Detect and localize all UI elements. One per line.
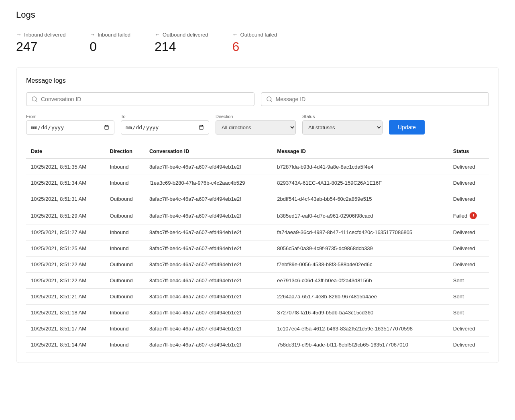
- direction-cell: Outbound: [105, 191, 145, 207]
- logs-table: DateDirectionConversation IDMessage IDSt…: [26, 144, 489, 353]
- direction-cell: Inbound: [105, 159, 145, 175]
- conversation-id-cell: 8afac7ff-be4c-46a7-a607-efd494eb1e2f: [145, 337, 272, 353]
- direction-cell: Outbound: [105, 289, 145, 305]
- stat-inbound-delivered: → Inbound delivered 247: [16, 31, 65, 54]
- conversation-id-cell: 8afac7ff-be4c-46a7-a607-efd494eb1e2f: [145, 273, 272, 289]
- message-id-cell: 372707f8-fa16-45d9-b5db-ba43c15cd360: [272, 305, 448, 321]
- date-cell: 10/25/2021, 8:51:31 AM: [26, 191, 105, 207]
- to-label: To: [121, 114, 209, 119]
- message-id-cell: fa74aea9-36cd-4987-8b47-411cecfd420c-163…: [272, 224, 448, 241]
- message-id-cell: 1c107ec4-ef5a-4612-b463-83a2f521c59e-163…: [272, 321, 448, 337]
- search-icon: [31, 96, 38, 102]
- conversation-id-cell: 8afac7ff-be4c-46a7-a607-efd494eb1e2f: [145, 289, 272, 305]
- table-row[interactable]: 10/25/2021, 8:51:31 AMOutbound8afac7ff-b…: [26, 191, 489, 207]
- svg-line-3: [271, 100, 272, 102]
- conversation-id-cell: 8afac7ff-be4c-46a7-a607-efd494eb1e2f: [145, 241, 272, 257]
- status-failed: Failed !: [453, 212, 484, 219]
- table-row[interactable]: 10/25/2021, 8:51:25 AMInbound8afac7ff-be…: [26, 241, 489, 257]
- conversation-search-box: [26, 92, 254, 106]
- message-id-cell: b385ed17-eaf0-4d7c-a961-02906f98cacd: [272, 207, 448, 224]
- date-cell: 10/25/2021, 8:51:21 AM: [26, 289, 105, 305]
- status-cell: Delivered: [448, 191, 489, 207]
- stat-icon-outbound-failed: ←: [232, 31, 238, 38]
- status-cell: Delivered: [448, 241, 489, 257]
- table-wrapper: DateDirectionConversation IDMessage IDSt…: [26, 144, 489, 353]
- update-button[interactable]: Update: [389, 120, 425, 135]
- conversation-id-cell: 8afac7ff-be4c-46a7-a607-efd494eb1e2f: [145, 321, 272, 337]
- conversation-id-cell: 8afac7ff-be4c-46a7-a607-efd494eb1e2f: [145, 207, 272, 224]
- stat-label-outbound-delivered: ← Outbound delivered: [155, 31, 208, 38]
- stat-icon-inbound-delivered: →: [16, 31, 22, 38]
- table-header: DateDirectionConversation IDMessage IDSt…: [26, 144, 489, 159]
- date-cell: 10/25/2021, 8:51:29 AM: [26, 207, 105, 224]
- from-label: From: [26, 114, 114, 119]
- message-id-cell: 758dc319-cf9b-4ade-bf11-6ebf5f2fcb65-163…: [272, 337, 448, 353]
- table-row[interactable]: 10/25/2021, 8:51:17 AMInbound8afac7ff-be…: [26, 321, 489, 337]
- direction-cell: Inbound: [105, 224, 145, 241]
- date-cell: 10/25/2021, 8:51:25 AM: [26, 241, 105, 257]
- conversation-id-cell: 8afac7ff-be4c-46a7-a607-efd494eb1e2f: [145, 257, 272, 273]
- message-id-input[interactable]: [276, 96, 484, 102]
- header-row: DateDirectionConversation IDMessage IDSt…: [26, 144, 489, 159]
- stat-value-outbound-failed: 6: [232, 39, 277, 54]
- card-title: Message logs: [26, 77, 489, 84]
- table-row[interactable]: 10/25/2021, 8:51:21 AMOutbound8afac7ff-b…: [26, 289, 489, 305]
- status-cell: Delivered: [448, 337, 489, 353]
- table-row[interactable]: 10/25/2021, 8:51:22 AMOutbound8afac7ff-b…: [26, 273, 489, 289]
- stat-label-text-outbound-delivered: Outbound delivered: [163, 32, 208, 38]
- stat-value-inbound-failed: 0: [90, 39, 130, 54]
- message-id-cell: 8293743A-61EC-4A11-8025-159C26A1E16F: [272, 175, 448, 191]
- stat-outbound-delivered: ← Outbound delivered 214: [155, 31, 208, 54]
- svg-line-1: [36, 100, 37, 102]
- direction-cell: Inbound: [105, 175, 145, 191]
- message-id-cell: 8056c5af-0a39-4c9f-9735-dc9868dcb339: [272, 241, 448, 257]
- table-row[interactable]: 10/25/2021, 8:51:22 AMOutbound8afac7ff-b…: [26, 257, 489, 273]
- stat-outbound-failed: ← Outbound failed 6: [232, 31, 277, 54]
- direction-cell: Inbound: [105, 321, 145, 337]
- conversation-id-input[interactable]: [41, 96, 249, 102]
- status-cell: Failed !: [448, 207, 489, 224]
- status-cell: Delivered: [448, 321, 489, 337]
- table-row[interactable]: 10/25/2021, 8:51:35 AMInbound8afac7ff-be…: [26, 159, 489, 175]
- header-date: Date: [26, 144, 105, 159]
- table-row[interactable]: 10/25/2021, 8:51:34 AMInboundf1ea3c69-b2…: [26, 175, 489, 191]
- status-cell: Delivered: [448, 159, 489, 175]
- header-status: Status: [448, 144, 489, 159]
- status-cell: Delivered: [448, 224, 489, 241]
- stat-value-inbound-delivered: 247: [16, 39, 65, 54]
- status-cell: Sent: [448, 305, 489, 321]
- stat-label-outbound-failed: ← Outbound failed: [232, 31, 277, 38]
- conversation-id-cell: 8afac7ff-be4c-46a7-a607-efd494eb1e2f: [145, 224, 272, 241]
- direction-cell: Inbound: [105, 337, 145, 353]
- stat-label-text-outbound-failed: Outbound failed: [240, 32, 277, 38]
- failed-icon: !: [470, 212, 477, 219]
- from-date-input[interactable]: [26, 120, 114, 135]
- search-icon-2: [266, 96, 273, 102]
- status-text: Failed: [453, 213, 467, 219]
- page-title: Logs: [16, 10, 499, 20]
- status-filter-group: Status All statusesDeliveredSentFailed: [302, 114, 383, 135]
- table-body: 10/25/2021, 8:51:35 AMInbound8afac7ff-be…: [26, 159, 489, 353]
- stat-icon-inbound-failed: →: [90, 31, 95, 38]
- table-row[interactable]: 10/25/2021, 8:51:27 AMInbound8afac7ff-be…: [26, 224, 489, 241]
- table-row[interactable]: 10/25/2021, 8:51:18 AMInbound8afac7ff-be…: [26, 305, 489, 321]
- table-row[interactable]: 10/25/2021, 8:51:29 AMOutbound8afac7ff-b…: [26, 207, 489, 224]
- table-row[interactable]: 10/25/2021, 8:51:14 AMInbound8afac7ff-be…: [26, 337, 489, 353]
- stats-row: → Inbound delivered 247 → Inbound failed…: [16, 31, 499, 54]
- filter-row: From To Direction All directionsInboundO…: [26, 114, 489, 135]
- from-filter-group: From: [26, 114, 114, 135]
- stat-value-outbound-delivered: 214: [155, 39, 208, 54]
- message-id-cell: ee7913c6-c06d-43ff-b0ea-0f2a43d8156b: [272, 273, 448, 289]
- header-conversation-id: Conversation ID: [145, 144, 272, 159]
- direction-select[interactable]: All directionsInboundOutbound: [216, 120, 296, 135]
- to-date-input[interactable]: [121, 120, 209, 135]
- message-id-cell: 2264aa7a-6517-4e8b-826b-9674815b4aee: [272, 289, 448, 305]
- direction-filter-group: Direction All directionsInboundOutbound: [216, 114, 296, 135]
- stat-label-inbound-delivered: → Inbound delivered: [16, 31, 65, 38]
- direction-cell: Inbound: [105, 305, 145, 321]
- message-id-cell: f7ebf89e-0056-4538-b8f3-588b4e02ed6c: [272, 257, 448, 273]
- status-select[interactable]: All statusesDeliveredSentFailed: [302, 120, 383, 135]
- date-cell: 10/25/2021, 8:51:35 AM: [26, 159, 105, 175]
- status-cell: Delivered: [448, 175, 489, 191]
- conversation-id-cell: 8afac7ff-be4c-46a7-a607-efd494eb1e2f: [145, 305, 272, 321]
